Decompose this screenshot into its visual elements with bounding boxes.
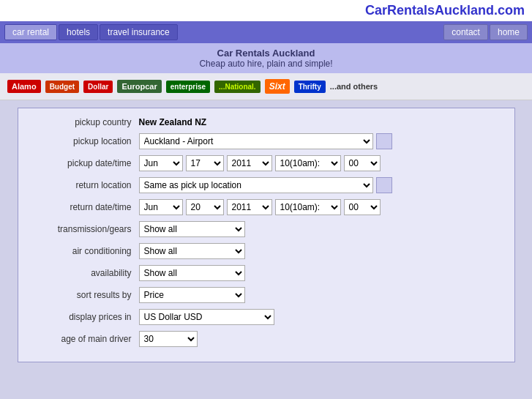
pickup-datetime-row: pickup date/time Jun 17 2011 10(10am): 0… <box>33 155 500 171</box>
return-location-label: return location <box>33 180 139 190</box>
logo-national[interactable]: ...National. <box>214 81 261 93</box>
nav-left: car rental hotels travel insurance <box>4 24 178 40</box>
return-hour-select[interactable]: 10(10am): <box>275 199 341 215</box>
tagline-title: Car Rentals Auckland <box>0 48 532 59</box>
logos-bar: Alamo Budget Dollar Europcar enterprise … <box>0 73 532 100</box>
sort-results-label: sort results by <box>33 290 139 300</box>
return-datetime-controls: Jun 20 2011 10(10am): 00 <box>139 199 500 215</box>
tagline-bar: Car Rentals Auckland Cheap auto hire, pl… <box>0 43 532 73</box>
pickup-location-select[interactable]: Auckland - Airport <box>139 133 373 149</box>
sort-results-select[interactable]: Price <box>139 287 245 303</box>
pickup-month-select[interactable]: Jun <box>139 155 183 171</box>
pickup-location-info-btn[interactable] <box>376 133 392 149</box>
return-datetime-row: return date/time Jun 20 2011 10(10am): 0… <box>33 199 500 215</box>
availability-controls: Show all <box>139 265 500 281</box>
air-conditioning-controls: Show all <box>139 243 500 259</box>
air-conditioning-row: air conditioning Show all <box>33 243 500 259</box>
nav-right: contact home <box>443 24 528 40</box>
nav-car-rental[interactable]: car rental <box>4 24 57 40</box>
display-prices-label: display prices in <box>33 312 139 322</box>
return-min-select[interactable]: 00 <box>344 199 381 215</box>
pickup-datetime-controls: Jun 17 2011 10(10am): 00 <box>139 155 500 171</box>
form-panel: pickup country New Zealand NZ pickup loc… <box>18 108 515 362</box>
pickup-hour-select[interactable]: 10(10am): <box>275 155 341 171</box>
availability-label: availability <box>33 268 139 278</box>
sort-results-controls: Price <box>139 287 500 303</box>
age-select[interactable]: 30 <box>139 331 198 347</box>
return-location-info-btn[interactable] <box>376 177 392 193</box>
nav-bar: car rental hotels travel insurance conta… <box>0 21 532 43</box>
return-location-select[interactable]: Same as pick up location <box>139 177 373 193</box>
logo-europcar[interactable]: Europcar <box>117 80 161 93</box>
pickup-country-controls: New Zealand NZ <box>139 117 500 127</box>
main-content: pickup country New Zealand NZ pickup loc… <box>0 100 532 370</box>
nav-hotels[interactable]: hotels <box>59 24 98 40</box>
transmission-row: transmission/gears Show all <box>33 221 500 237</box>
logo-others: ...and others <box>330 82 378 91</box>
site-header: CarRentalsAuckland.com <box>0 0 532 21</box>
return-day-select[interactable]: 20 <box>186 199 224 215</box>
display-prices-select[interactable]: US Dollar USD <box>139 309 274 325</box>
return-datetime-label: return date/time <box>33 202 139 212</box>
logo-thrifty[interactable]: Thrifty <box>294 81 326 93</box>
transmission-controls: Show all <box>139 221 500 237</box>
pickup-datetime-label: pickup date/time <box>33 158 139 168</box>
return-year-select[interactable]: 2011 <box>227 199 272 215</box>
air-conditioning-label: air conditioning <box>33 246 139 256</box>
nav-home[interactable]: home <box>490 24 528 40</box>
sort-results-row: sort results by Price <box>33 287 500 303</box>
logo-sixt[interactable]: Sixt <box>265 79 290 94</box>
age-row: age of main driver 30 <box>33 331 500 347</box>
pickup-country-label: pickup country <box>33 117 139 127</box>
logo-enterprise[interactable]: enterprise <box>166 81 210 93</box>
nav-contact[interactable]: contact <box>443 24 488 40</box>
display-prices-row: display prices in US Dollar USD <box>33 309 500 325</box>
logo-dollar[interactable]: Dollar <box>83 81 113 93</box>
pickup-location-controls: Auckland - Airport <box>139 133 500 149</box>
nav-travel-insurance[interactable]: travel insurance <box>100 24 178 40</box>
transmission-select[interactable]: Show all <box>139 221 245 237</box>
pickup-country-row: pickup country New Zealand NZ <box>33 117 500 127</box>
availability-select[interactable]: Show all <box>139 265 245 281</box>
pickup-location-row: pickup location Auckland - Airport <box>33 133 500 149</box>
return-month-select[interactable]: Jun <box>139 199 183 215</box>
age-label: age of main driver <box>33 334 139 344</box>
logo-alamo[interactable]: Alamo <box>7 80 41 93</box>
site-title: CarRentalsAuckland.com <box>365 3 525 18</box>
air-conditioning-select[interactable]: Show all <box>139 243 245 259</box>
return-location-controls: Same as pick up location <box>139 177 500 193</box>
pickup-min-select[interactable]: 00 <box>344 155 381 171</box>
transmission-label: transmission/gears <box>33 224 139 234</box>
age-controls: 30 <box>139 331 500 347</box>
tagline-subtitle: Cheap auto hire, plain and simple! <box>0 59 532 69</box>
display-prices-controls: US Dollar USD <box>139 309 500 325</box>
return-location-row: return location Same as pick up location <box>33 177 500 193</box>
pickup-location-label: pickup location <box>33 136 139 146</box>
pickup-country-value: New Zealand NZ <box>139 117 207 127</box>
availability-row: availability Show all <box>33 265 500 281</box>
pickup-day-select[interactable]: 17 <box>186 155 224 171</box>
logo-budget[interactable]: Budget <box>45 81 79 93</box>
pickup-year-select[interactable]: 2011 <box>227 155 272 171</box>
